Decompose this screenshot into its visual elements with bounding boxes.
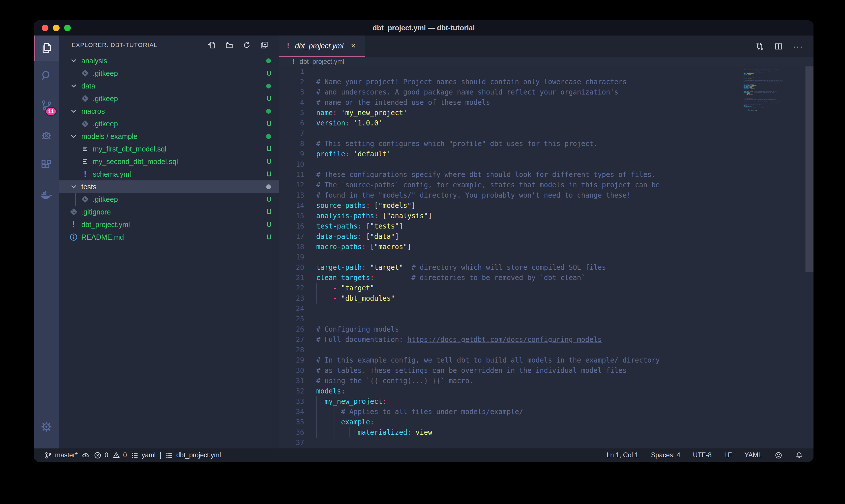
code-line-16[interactable]: 16test-paths: ["tests"] [279,221,813,231]
activity-search[interactable] [34,61,59,90]
activity-source-control[interactable]: 11 [34,90,59,120]
code-line-36[interactable]: 36 materialized: view [279,427,813,437]
code-line-10[interactable]: 10 [279,159,813,169]
code-line-26[interactable]: 26# Configuring models [279,324,813,335]
new-folder-icon[interactable] [225,41,234,50]
activity-explorer[interactable] [34,36,59,61]
code-line-24[interactable]: 24 [279,304,813,314]
breadcrumb[interactable]: ! dbt_project.yml [279,57,813,67]
open-changes-icon[interactable] [755,42,764,51]
tree-item-label: README.md [82,233,124,241]
code-line-31[interactable]: 31# using the `{{ config(...) }}` macro. [279,376,813,386]
activity-run-debug[interactable] [34,120,59,150]
tree-item-file-gitkeep-macros[interactable]: .gitkeepU [59,118,279,130]
code-line-4[interactable]: 4# name or the intended use of these mod… [279,97,813,108]
code-line-13[interactable]: 13# found in the "models/" directory. Yo… [279,190,813,200]
line-content: my_new_project: [316,396,387,407]
tree-item-folder-data[interactable]: data [59,79,279,92]
tree-indent-guide [75,193,76,205]
status-right-text-0[interactable]: Ln 1, Col 1 [607,451,639,459]
code-line-27[interactable]: 27# Full documentation: https://docs.get… [279,335,813,345]
line-number: 20 [279,262,316,273]
minimap[interactable]: # Name your project! Project names shoul… [743,68,805,448]
code-editor[interactable]: 12# Name your project! Project names sho… [279,67,813,448]
status-left-warning-3[interactable]: 0 [112,451,127,459]
tree-item-file-my-second-model[interactable]: my_second_dbt_model.sqlU [59,155,279,168]
code-line-7[interactable]: 7 [279,128,813,139]
tree-item-file-schema-yml[interactable]: !schema.ymlU [59,168,279,180]
tab-close-icon[interactable]: × [351,41,356,50]
code-line-28[interactable]: 28 [279,345,813,355]
new-file-icon[interactable] [208,41,216,50]
line-content: - "dbt_modules" [316,293,395,304]
tree-item-file-gitkeep-analysis[interactable]: .gitkeepU [59,67,279,79]
chevron-icon [69,182,78,191]
code-line-22[interactable]: 22 - "target" [279,283,813,293]
scrollbar-slider[interactable] [806,67,813,272]
tree-item-file-gitkeep-data[interactable]: .gitkeepU [59,92,279,105]
code-line-19[interactable]: 19 [279,252,813,262]
status-left-list-4[interactable]: yaml [131,451,156,459]
code-line-23[interactable]: 23 - "dbt_modules" [279,293,813,304]
split-editor-icon[interactable] [774,42,783,51]
tree-item-folder-analysis[interactable]: analysis [59,54,279,67]
status-right-text-4[interactable]: YAML [744,451,762,459]
code-line-6[interactable]: 6version: '1.0.0' [279,118,813,128]
code-line-17[interactable]: 17data-paths: ["data"] [279,231,813,242]
tree-item-file-gitkeep-tests[interactable]: .gitkeepU [59,193,279,205]
tab-dbt-project-yml[interactable]: ! dbt_project.yml × [279,36,365,57]
activity-extensions[interactable] [34,150,59,180]
status-right-smiley-5[interactable] [775,451,783,459]
tree-item-folder-macros[interactable]: macros [59,105,279,118]
status-right-text-3[interactable]: LF [724,451,732,459]
code-line-32[interactable]: 32models: [279,386,813,396]
code-line-30[interactable]: 30# as tables. These settings can be ove… [279,365,813,376]
tab-bar: ! dbt_project.yml × ··· [279,36,813,57]
tree-item-label: my_first_dbt_model.sql [93,145,166,153]
code-line-14[interactable]: 14source-paths: ["models"] [279,200,813,211]
debug-icon [40,129,53,142]
status-right-bell-6[interactable] [795,451,803,459]
refresh-icon[interactable] [242,41,251,50]
code-line-37[interactable]: 37 [279,437,813,448]
breadcrumb-file[interactable]: dbt_project.yml [300,58,344,66]
code-line-35[interactable]: 35 example: [279,417,813,427]
code-line-33[interactable]: 33 my_new_project: [279,396,813,407]
code-line-3[interactable]: 3# and underscores. A good package name … [279,87,813,97]
code-line-5[interactable]: 5name: 'my_new_project' [279,108,813,118]
code-line-2[interactable]: 2# Name your project! Project names shou… [279,77,813,87]
status-left-cloud-1[interactable] [82,451,90,459]
more-actions-icon[interactable]: ··· [793,41,803,51]
activity-docker[interactable] [34,180,59,210]
line-content: - "dbt_modules" [743,94,753,95]
code-lines[interactable]: 12# Name your project! Project names sho… [279,67,813,448]
code-line-21[interactable]: 21clean-targets: # directories to be rem… [279,273,813,283]
code-line-29[interactable]: 29# In this example config, we tell dbt … [279,355,813,365]
code-line-8[interactable]: 8# This setting configures which "profil… [279,139,813,149]
manage-gear-button[interactable] [34,412,59,442]
status-right-text-2[interactable]: UTF-8 [693,451,712,459]
status-right-text-1[interactable]: Spaces: 4 [651,451,680,459]
tree-item-folder-tests[interactable]: tests [59,180,279,193]
status-left-list-6[interactable]: dbt_project.yml [165,451,221,459]
tree-item-file-dbt-project-yml[interactable]: !dbt_project.ymlU [59,218,279,231]
code-line-25[interactable]: 25 [279,314,813,324]
tree-item-folder-models-example[interactable]: models / example [59,130,279,143]
code-line-15[interactable]: 15analysis-paths: ["analysis"] [279,211,813,221]
status-left-text-5[interactable]: | [160,451,161,459]
tree-item-file-my-first-model[interactable]: my_first_dbt_model.sqlU [59,143,279,155]
code-line-9[interactable]: 9profile: 'default' [279,149,813,159]
code-line-34[interactable]: 34 # Applies to all files under models/e… [279,407,813,417]
code-line-11[interactable]: 11# These configurations specify where d… [279,169,813,180]
line-content: test-paths: ["tests"] [316,221,403,231]
tree-item-file-readme[interactable]: README.mdU [59,231,279,244]
status-left-branch-0[interactable]: master* [44,451,78,459]
line-content: # These configurations specify where dbt… [316,169,656,180]
code-line-1[interactable]: 1 [279,67,813,77]
code-line-12[interactable]: 12# The `source-paths` config, for examp… [279,180,813,190]
code-line-20[interactable]: 20target-path: "target" # directory whic… [279,262,813,273]
collapse-all-icon[interactable] [260,41,269,50]
status-left-error-2[interactable]: 0 [94,451,108,459]
tree-item-file-gitignore[interactable]: .gitignoreU [59,205,279,218]
code-line-18[interactable]: 18macro-paths: ["macros"] [279,242,813,252]
